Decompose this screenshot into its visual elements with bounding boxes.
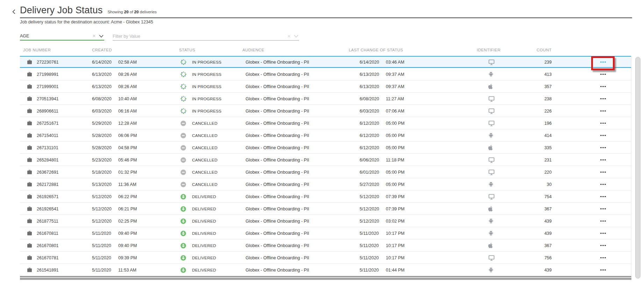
- table-row[interactable]: 267154011 5/28/2020 06:06 PM CANCELLED G…: [20, 129, 631, 142]
- status-label: DELIVERED: [192, 239, 216, 252]
- minus-circle-icon: [180, 169, 186, 175]
- clear-x-icon[interactable]: ✕: [92, 34, 96, 38]
- status-icon: [180, 239, 186, 252]
- last-change-date-cell: 6/13/2020: [360, 80, 379, 93]
- audience-cell: Globex - Offline Onboarding - PII: [246, 117, 309, 129]
- job-number-cell: 261670781: [37, 252, 59, 264]
- showing-count: 20: [124, 10, 129, 14]
- row-actions-button[interactable]: [597, 105, 609, 117]
- row-actions-button[interactable]: [597, 239, 609, 252]
- briefcase-icon: [27, 203, 33, 215]
- last-change-date-cell: 6/06/2020: [360, 154, 379, 166]
- table-row[interactable]: 268906611 6/03/2020 06:16 AM IN PROGRESS…: [20, 105, 631, 117]
- table-row[interactable]: 261926541 5/12/2020 06:21 PM DELIVERED G…: [20, 203, 631, 215]
- desktop-monitor-icon: [488, 96, 495, 102]
- created-time-cell: 09:39 PM: [118, 252, 137, 264]
- table-row[interactable]: 271999001 6/13/2020 08:26 AM IN PROGRESS…: [20, 80, 631, 93]
- row-actions-button[interactable]: [597, 215, 609, 227]
- row-actions-button[interactable]: [597, 68, 609, 80]
- table-row[interactable]: 267131101 5/28/2020 04:58 PM CANCELLED G…: [20, 142, 631, 154]
- more-dots-icon: [600, 62, 606, 63]
- row-actions-button[interactable]: [597, 129, 609, 142]
- table-header-row: JOB NUMBER CREATED STATUS AUDIENCE LAST …: [20, 45, 631, 56]
- briefcase-icon: [27, 227, 33, 239]
- more-dots-icon: [600, 196, 606, 197]
- status-icon: [180, 166, 186, 178]
- job-number-cell: 267251671: [37, 117, 59, 129]
- audience-cell: Globex - Offline Onboarding - PII: [246, 264, 309, 276]
- row-actions-button[interactable]: [597, 117, 609, 129]
- row-actions-button[interactable]: [597, 56, 609, 68]
- status-label: CANCELLED: [192, 154, 218, 166]
- arrow-down-circle-icon: [180, 243, 186, 249]
- audience-cell: Globex - Offline Onboarding - PII: [246, 166, 309, 178]
- row-actions-button[interactable]: [597, 178, 609, 190]
- value-filter-field[interactable]: ✕: [113, 32, 299, 41]
- status-label: DELIVERED: [192, 215, 216, 227]
- row-actions-button[interactable]: [597, 80, 609, 93]
- created-time-cell: 02:58 AM: [118, 56, 137, 68]
- row-actions-button[interactable]: [597, 166, 609, 178]
- created-time-cell: 08:26 AM: [118, 68, 137, 80]
- row-actions-button[interactable]: [597, 264, 609, 276]
- created-date-cell: 6/03/2020: [92, 105, 112, 117]
- row-actions-button[interactable]: [597, 190, 609, 203]
- audience-cell: Globex - Offline Onboarding - PII: [246, 154, 309, 166]
- identifier-icon: [488, 56, 495, 68]
- table-row[interactable]: 270513941 6/08/2020 10:40 AM IN PROGRESS…: [20, 93, 631, 105]
- table-row[interactable]: 261926571 5/12/2020 06:22 PM DELIVERED G…: [20, 190, 631, 203]
- last-change-date-cell: 6/12/2020: [360, 142, 379, 154]
- count-cell: 439: [525, 264, 552, 276]
- row-actions-button[interactable]: [597, 203, 609, 215]
- horizontal-scrollbar[interactable]: [20, 277, 631, 280]
- table-row[interactable]: 262172881 5/13/2020 11:36 AM CANCELLED G…: [20, 178, 631, 190]
- row-actions-button[interactable]: [597, 154, 609, 166]
- status-label: DELIVERED: [192, 203, 216, 215]
- status-icon: [180, 154, 186, 166]
- count-cell: 367: [525, 203, 552, 215]
- chevron-down-icon[interactable]: [294, 35, 298, 38]
- arrow-down-circle-icon: [180, 267, 186, 273]
- row-actions-button[interactable]: [597, 142, 609, 154]
- audience-cell: Globex - Offline Onboarding - PII: [246, 252, 309, 264]
- count-cell: 220: [525, 166, 552, 178]
- row-actions-button[interactable]: [597, 252, 609, 264]
- row-actions-button[interactable]: [597, 93, 609, 105]
- attribute-filter-select[interactable]: AGE ✕: [20, 32, 104, 41]
- table-row[interactable]: 267251671 5/29/2020 12:28 AM CANCELLED G…: [20, 117, 631, 129]
- table-row[interactable]: 272230761 6/14/2020 02:58 AM IN PROGRESS…: [20, 56, 631, 68]
- audience-cell: Globex - Offline Onboarding - PII: [246, 215, 309, 227]
- created-date-cell: 6/14/2020: [92, 56, 112, 68]
- audience-cell: Globex - Offline Onboarding - PII: [246, 227, 309, 239]
- vertical-scrollbar[interactable]: [635, 57, 641, 279]
- briefcase-icon: [27, 239, 33, 252]
- value-filter-input[interactable]: [113, 34, 287, 39]
- more-dots-icon: [600, 74, 606, 75]
- row-actions-button[interactable]: [597, 227, 609, 239]
- android-icon: [488, 230, 494, 237]
- status-icon: [180, 264, 186, 276]
- back-button[interactable]: [12, 8, 19, 16]
- chevron-down-icon[interactable]: [99, 35, 104, 38]
- table-row[interactable]: 265284801 5/23/2020 05:46 PM CANCELLED G…: [20, 154, 631, 166]
- table-row[interactable]: 261877511 5/12/2020 02:25 PM DELIVERED G…: [20, 215, 631, 227]
- count-cell: 357: [525, 80, 552, 93]
- table-row[interactable]: 271998991 6/13/2020 08:26 AM IN PROGRESS…: [20, 68, 631, 80]
- job-number-cell: 270513941: [37, 93, 59, 105]
- table-row[interactable]: 261670781 5/11/2020 09:39 PM DELIVERED G…: [20, 252, 631, 264]
- identifier-icon: [488, 215, 494, 227]
- android-icon: [488, 267, 494, 273]
- page-subtitle: Job delivery status for the destination …: [20, 20, 153, 24]
- clear-x-icon[interactable]: ✕: [287, 34, 291, 38]
- desktop-monitor-icon: [488, 194, 495, 200]
- identifier-icon: [488, 80, 493, 93]
- table-row[interactable]: 261541891 5/11/2020 11:53 AM DELIVERED G…: [20, 264, 631, 276]
- table-row[interactable]: 261670811 5/11/2020 09:40 PM DELIVERED G…: [20, 227, 631, 239]
- table-row[interactable]: 261670801 5/11/2020 09:40 PM DELIVERED G…: [20, 239, 631, 252]
- more-dots-icon: [600, 86, 606, 87]
- last-change-date-cell: 5/12/2020: [360, 215, 379, 227]
- count-cell: 439: [525, 227, 552, 239]
- table-row[interactable]: 263672691 5/18/2020 01:32 PM CANCELLED G…: [20, 166, 631, 178]
- chevron-left-icon: [12, 9, 17, 16]
- last-change-time-cell: 11:27 AM: [386, 93, 404, 105]
